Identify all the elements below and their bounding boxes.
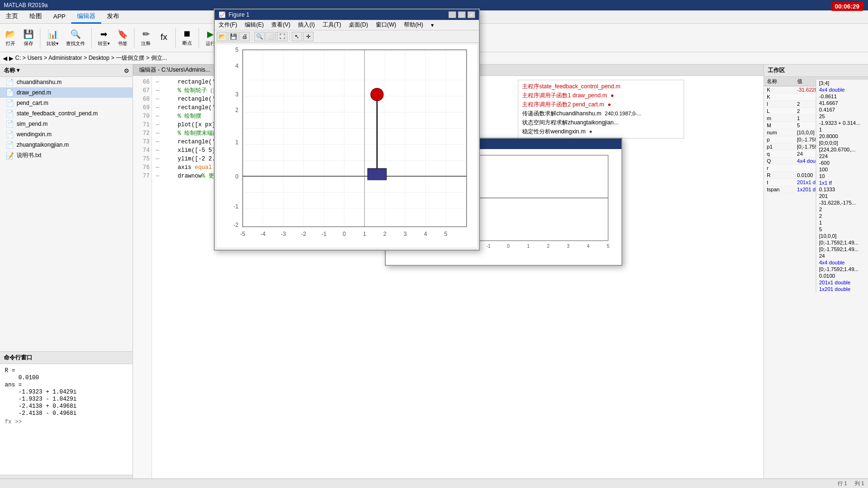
ann-state[interactable]: 状态空间方程求解zhuangtaikongjian... [522,118,680,127]
timer-badge: 00:06:29 [831,2,863,11]
fig1-tb-save[interactable]: 💾 [228,32,238,41]
fig1-tb-open[interactable]: 📂 [217,32,227,41]
file-name: 说明书.txt [17,151,41,160]
cmd-line: -1.9323 - 1.0429i [5,396,128,403]
x-label-n5: -5 [240,231,245,237]
file-item-drawpend[interactable]: 📄 draw_pend.m [0,87,133,98]
svg-text:-1: -1 [486,244,491,249]
fig1-maximize-btn[interactable]: □ [458,11,466,18]
btn-open[interactable]: 📂 打开 [2,25,19,51]
fig1-tb-data[interactable]: ✛ [303,32,314,41]
ws-var-name: r [764,165,794,172]
btn-breakpoint[interactable]: ⏹ 断点 [179,25,196,51]
file-panel-title: 名称 ▾ [4,66,19,75]
fig1-close-btn[interactable]: ✕ [467,11,475,18]
fig1-icon: 📈 [219,11,226,18]
x-label-n1: -1 [321,231,326,237]
goto-icon: ➡ [100,29,107,39]
ann-text-2: 主程序调用子函数1 draw_pend.m [522,92,607,99]
ann-sub2[interactable]: 主程序调用子函数2 pend_cart.m ● [522,100,680,109]
btn-save[interactable]: 💾 保存 [20,25,37,51]
menu-publish[interactable]: 发布 [101,10,125,24]
file-item-simpend[interactable]: 📄 sim_pend.m [0,119,133,129]
menu-app[interactable]: APP [48,11,71,23]
btn-find[interactable]: 🔍 查找文件 [63,25,88,51]
cmd-content[interactable]: R = 0.0100 ans = -1.9323 + 1.0429i -1.93… [0,364,133,475]
x-label-5: 5 [444,231,448,237]
address-path: C: > Users > Administrator > Desktop > 一… [15,54,167,62]
btn-insert[interactable]: ✏ 注释 [137,25,154,51]
x-label-n4: -4 [260,231,266,237]
nav-back[interactable]: ◀ [3,55,7,62]
btn-fx[interactable]: fx [155,25,172,51]
fig1-menu-file[interactable]: 文件(F) [215,20,241,30]
fig1-menu-more[interactable]: ▾ [427,21,438,29]
ws-var-name: L [764,108,794,115]
fig1-menu-window[interactable]: 窗口(W) [372,20,400,30]
fig1-menu-edit[interactable]: 编辑(E) [241,20,267,30]
insert-icon: ✏ [143,29,150,39]
fig1-menu-help[interactable]: 帮助(H) [400,20,427,30]
ws-var-name: M [764,122,794,129]
left-panel: 名称 ▾ ⊙ 📄 chuandihanshu.m 📄 draw_pend.m 📄… [0,65,133,488]
fig1-tb-sep2 [289,32,290,41]
file-name: state_feedback_control_pend.m [17,110,98,117]
tab-editor1[interactable]: 编辑器 - C:\Users\Adminis... [133,64,216,75]
file-panel-header: 名称 ▾ ⊙ [0,65,133,77]
fig1-tb-pan[interactable]: ⛶ [277,32,287,41]
file-icon: 📝 [6,152,14,160]
file-item-pendcart[interactable]: 📄 pend_cart.m [0,98,133,108]
ann-transfer[interactable]: 传递函数求解chuandihanshu.m 240;0.1987;0-... [522,109,680,118]
bookmark-icon: 🔖 [117,29,128,39]
ann-sub1[interactable]: 主程序调用子函数1 draw_pend.m ● [522,91,680,100]
fig1-menu-view[interactable]: 查看(V) [267,20,294,30]
ann-main[interactable]: 主程序state_feedback_control_pend.m [522,82,680,91]
menu-editor[interactable]: 编辑器 [71,10,101,24]
cmd-line: R = [5,367,128,374]
menu-plot[interactable]: 绘图 [24,10,48,24]
menu-home[interactable]: 主页 [0,10,24,24]
file-item-wendingxin[interactable]: 📄 wendingxin.m [0,129,133,140]
fig1-tb-zoom[interactable]: 🔍 [254,32,265,41]
svg-rect-0 [243,50,467,227]
file-item-chuandihanshu[interactable]: 📄 chuandihanshu.m [0,77,133,87]
ann-text-3: 主程序调用子函数2 pend_cart.m [522,101,604,108]
x-label-0: 0 [343,231,346,237]
compare-icon: 📊 [48,29,58,39]
cmd-prompt[interactable]: fx >> [5,419,128,425]
ws-col-name: 名称 [764,77,794,86]
fig1-menu-tools[interactable]: 工具(T) [319,20,345,30]
file-item-zhuangtai[interactable]: 📄 zhuangtaikongjian.m [0,140,133,150]
fig1-tb-rect[interactable]: ⬜ [266,32,276,41]
fig1-tb-print[interactable]: 🖨 [239,32,250,41]
toolbar-sep-3 [134,28,134,48]
svg-text:0: 0 [507,244,510,249]
file-icon: 📄 [6,99,14,107]
btn-goto[interactable]: ➡ 转至▾ [95,25,113,51]
file-icon: 📄 [6,141,14,149]
fig1-minimize-btn[interactable]: _ [448,11,456,18]
file-item-shuomingshu[interactable]: 📝 说明书.txt [0,150,133,161]
fig1-menu-bar: 文件(F) 编辑(E) 查看(V) 插入(I) 工具(T) 桌面(D) 窗口(W… [215,20,479,30]
y-label-4: 4 [235,63,238,69]
fig1-menu-insert[interactable]: 插入(I) [294,20,318,30]
file-name: draw_pend.m [17,89,51,96]
file-panel-toggle[interactable]: ⊙ [124,67,129,74]
cmd-header: 命令行窗口 [0,352,133,364]
btn-compare[interactable]: 📊 比较▾ [43,25,62,51]
toolbar-sep-1 [40,28,40,48]
ann-stable[interactable]: 稳定性分析wendingxin.m ● [522,127,680,136]
x-label-2: 2 [383,231,387,237]
fx-icon: fx [161,32,167,42]
toolbar-sep-2 [91,28,92,48]
y-label-5: 5 [235,47,238,53]
btn-bookmark[interactable]: 🔖 书签 [114,25,131,51]
fig1-tb-cursor[interactable]: ↖ [292,32,302,41]
file-name: sim_pend.m [17,121,48,127]
ann-text-5: 状态空间方程求解zhuangtaikongjian... [522,119,619,126]
nav-forward[interactable]: ▶ [9,55,13,62]
fig1-menu-desktop[interactable]: 桌面(D) [345,20,372,30]
file-item-statefeedback[interactable]: 📄 state_feedback_control_pend.m [0,108,133,119]
cmd-line: -2.4138 - 0.4968i [5,410,128,417]
ws-var-name: m [764,115,794,122]
